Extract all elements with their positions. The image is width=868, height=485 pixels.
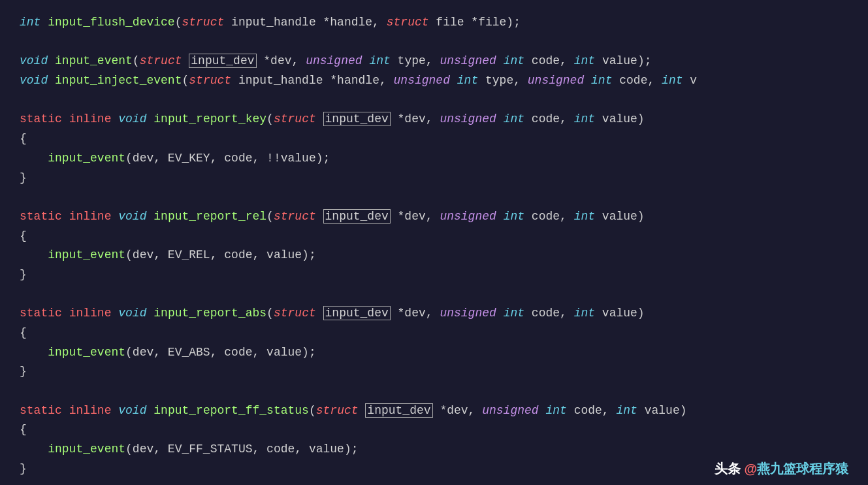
code-line-11: static inline void input_report_rel(stru… <box>20 207 848 227</box>
code-line-17: { <box>20 324 848 343</box>
code-line-blank-4 <box>20 285 848 305</box>
code-line-14: } <box>20 265 848 285</box>
code-line-13: input_event(dev, EV_REL, code, value); <box>20 246 848 265</box>
code-line-1: int input_flush_device(struct input_hand… <box>20 13 848 33</box>
watermark-at: @ <box>744 461 757 476</box>
code-line-8: input_event(dev, EV_KEY, code, !!value); <box>20 149 848 169</box>
watermark-platform: 头条 <box>715 461 741 476</box>
code-line-3: void input_event(struct input_dev *dev, … <box>20 52 848 71</box>
code-line-16: static inline void input_report_abs(stru… <box>20 304 848 324</box>
watermark: 头条 @燕九篮球程序猿 <box>715 458 848 479</box>
code-line-blank-2 <box>20 91 848 110</box>
code-line-23: input_event(dev, EV_FF_STATUS, code, val… <box>20 440 848 460</box>
code-line-12: { <box>20 227 848 246</box>
code-line-9: } <box>20 169 848 188</box>
code-line-19: } <box>20 362 848 382</box>
code-line-21: static inline void input_report_ff_statu… <box>20 401 848 421</box>
code-line-18: input_event(dev, EV_ABS, code, value); <box>20 343 848 363</box>
code-line-4: void input_inject_event(struct input_han… <box>20 71 848 91</box>
code-viewer: int input_flush_device(struct input_hand… <box>0 0 868 485</box>
code-line-blank-1 <box>20 33 848 52</box>
code-line-6: static inline void input_report_key(stru… <box>20 110 848 129</box>
code-line-blank-5 <box>20 382 848 401</box>
code-line-blank-3 <box>20 188 848 207</box>
code-line-7: { <box>20 129 848 149</box>
watermark-handle: 燕九篮球程序猿 <box>757 461 848 476</box>
code-line-22: { <box>20 420 848 440</box>
